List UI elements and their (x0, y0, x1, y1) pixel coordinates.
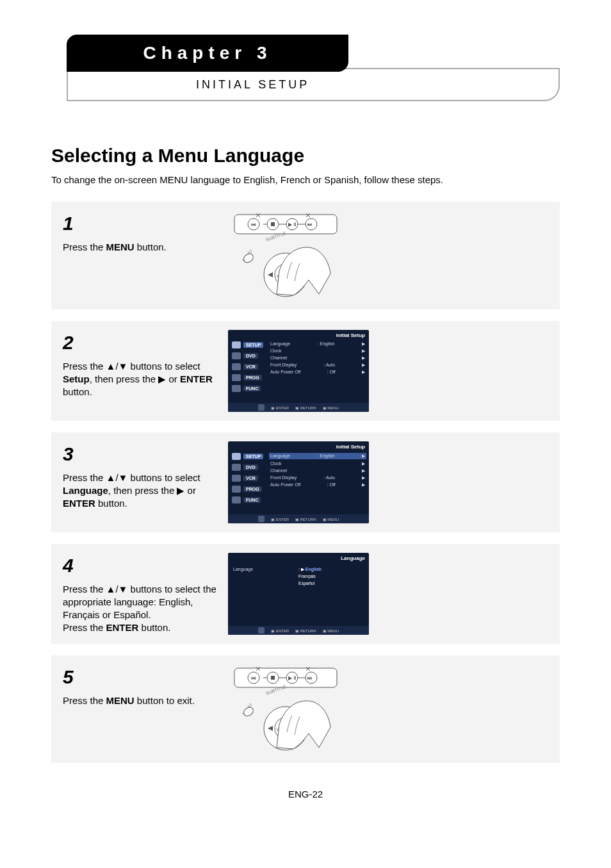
step-1-number: 1 (63, 211, 216, 237)
osd-rows: Language: English▶ Clock▶ Channel▶ Front… (270, 341, 365, 377)
osd-title: Initial Setup (336, 332, 365, 338)
svg-rect-8 (271, 222, 275, 226)
osd-tab-setup: SETUP (232, 453, 265, 460)
step-3-illustration: Initial Setup SETUP DVD VCR PROG FUNC La… (228, 441, 548, 523)
osd-row-language: Language: English▶ (270, 341, 365, 347)
step-4-number: 4 (63, 553, 216, 579)
step-1: 1 Press the MENU button. ⏮ ▶⏸ ⏭ SUBTITLE (51, 202, 560, 309)
subtitle-box: INITIAL SETUP (67, 68, 560, 101)
section-subtitle: To change the on-screen MENU language to… (51, 174, 560, 185)
osd-legend: ▣ ENTER ▣ RETURN ▣ MENU (228, 626, 369, 635)
osd-row-clock: Clock▶ (270, 461, 365, 466)
step-2-number: 2 (63, 330, 216, 356)
osd-legend: ▣ ENTER ▣ RETURN ▣ MENU (228, 514, 369, 523)
osd-side-tabs: SETUP DVD VCR PROG FUNC (232, 341, 265, 396)
osd-row-clock: Clock▶ (270, 348, 365, 354)
clock-icon (232, 486, 241, 493)
step-2-illustration: Initial Setup SETUP DVD VCR PROG FUNC La… (228, 330, 548, 412)
osd-tab-prog: PROG (232, 374, 265, 381)
osd-side-tabs: SETUP DVD VCR PROG FUNC (232, 453, 265, 507)
disc-icon (232, 464, 241, 471)
chapter-header: Chapter 3 INITIAL SETUP (51, 36, 560, 106)
svg-text:⏭: ⏭ (307, 675, 313, 681)
subtitle-text: INITIAL SETUP (196, 78, 309, 92)
osd-tab-func: FUNC (232, 496, 265, 504)
func-icon (232, 385, 241, 392)
svg-text:⏮: ⏮ (251, 222, 256, 227)
dpad-icon (258, 516, 265, 522)
osd-language-menu: Language Language : ▶ English Français E… (228, 553, 369, 635)
page: Chapter 3 INITIAL SETUP Selecting a Menu… (0, 0, 611, 868)
osd-tab-dvd: DVD (232, 352, 265, 359)
tape-icon (232, 363, 241, 370)
tape-icon (232, 475, 241, 482)
step-5-text: 5 Press the MENU button to exit. (63, 664, 216, 707)
osd-legend: ▣ ENTER ▣ RETURN ▣ MENU (228, 403, 369, 412)
step-2: 2 Press the ▲/▼ buttons to select Setup,… (51, 321, 560, 421)
dpad-icon (258, 627, 265, 634)
osd-tab-func: FUNC (232, 385, 265, 392)
osd-tab-prog: PROG (232, 486, 265, 493)
step-5-illustration: ⏮ ▶⏸ ⏭ SUBTITLE MENU ENTER (228, 664, 548, 754)
osd-setup-menu-language-hl: Initial Setup SETUP DVD VCR PROG FUNC La… (228, 441, 369, 523)
remote-hand-icon: ⏮ ▶⏸ ⏭ SUBTITLE MENU ENTER (228, 211, 356, 300)
osd-row-front-display: Front Display: Auto▶ (270, 475, 365, 480)
osd-lang-espanol: Español (298, 580, 322, 587)
page-number: ENG-22 (51, 789, 560, 799)
step-1-illustration: ⏮ ▶⏸ ⏭ SUBTITLE MENU ENTER (228, 211, 548, 300)
osd-lang-francais: Français (298, 573, 322, 580)
step-3-number: 3 (63, 441, 216, 468)
gear-icon (232, 341, 241, 348)
svg-text:▶⏸: ▶⏸ (288, 222, 297, 227)
osd-language-label: Language (233, 567, 253, 571)
osd-tab-vcr: VCR (232, 363, 265, 370)
svg-rect-32 (271, 676, 275, 680)
osd-rows: Language: English▶ Clock▶ Channel▶ Front… (270, 453, 365, 489)
osd-title: Initial Setup (336, 444, 365, 450)
step-4-text: 4 Press the ▲/▼ buttons to select the ap… (63, 553, 216, 635)
osd-row-front-display: Front Display: Auto▶ (270, 363, 365, 368)
osd-row-auto-power-off: Auto Power Off: Off▶ (270, 482, 365, 487)
clock-icon (232, 374, 241, 381)
svg-text:⏭: ⏭ (307, 222, 313, 227)
step-3: 3 Press the ▲/▼ buttons to select Langua… (51, 432, 560, 532)
dpad-icon (258, 404, 265, 411)
osd-tab-dvd: DVD (232, 464, 265, 471)
chapter-label: Chapter 3 (143, 43, 272, 63)
remote-hand-icon: ⏮ ▶⏸ ⏭ SUBTITLE MENU ENTER (228, 664, 356, 754)
func-icon (232, 496, 241, 504)
svg-point-42 (242, 705, 255, 717)
osd-title: Language (341, 555, 365, 561)
osd-row-auto-power-off: Auto Power Off: Off▶ (270, 370, 365, 375)
osd-lang-english: : ▶ English (298, 566, 322, 573)
svg-point-18 (242, 252, 255, 264)
chapter-pill: Chapter 3 (67, 35, 348, 72)
section-title: Selecting a Menu Language (51, 145, 560, 167)
osd-setup-menu: Initial Setup SETUP DVD VCR PROG FUNC La… (228, 330, 369, 412)
svg-text:⏮: ⏮ (251, 675, 256, 681)
disc-icon (232, 352, 241, 359)
step-4-illustration: Language Language : ▶ English Français E… (228, 553, 548, 635)
osd-language-options: : ▶ English Français Español (298, 566, 322, 587)
step-3-text: 3 Press the ▲/▼ buttons to select Langua… (63, 441, 216, 510)
osd-row-language: Language: English▶ (269, 453, 366, 459)
step-5-number: 5 (63, 664, 216, 691)
gear-icon (232, 453, 241, 460)
osd-tab-vcr: VCR (232, 475, 265, 482)
svg-text:▶⏸: ▶⏸ (288, 675, 297, 681)
osd-row-channel: Channel▶ (270, 356, 365, 361)
osd-tab-setup: SETUP (232, 341, 265, 348)
step-5: 5 Press the MENU button to exit. ⏮ ▶⏸ ⏭ … (51, 655, 560, 763)
osd-row-channel: Channel▶ (270, 468, 365, 473)
step-2-text: 2 Press the ▲/▼ buttons to select Setup,… (63, 330, 216, 398)
step-1-text: 1 Press the MENU button. (63, 211, 216, 254)
step-4: 4 Press the ▲/▼ buttons to select the ap… (51, 544, 560, 644)
